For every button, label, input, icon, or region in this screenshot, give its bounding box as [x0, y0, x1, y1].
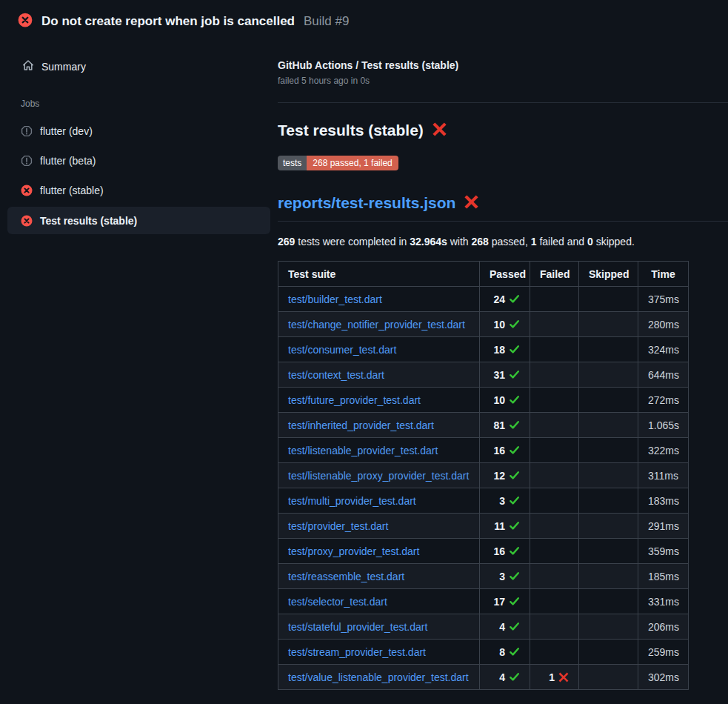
skipped-cell: [579, 287, 638, 312]
suite-link[interactable]: test/value_listenable_provider_test.dart: [288, 671, 469, 683]
run-title: Do not create report when job is cancell…: [41, 14, 295, 29]
failed-cell: [530, 614, 579, 640]
check-icon: [509, 419, 520, 431]
summary-line: 269 tests were completed in 32.964s with…: [278, 236, 728, 248]
job-label: Test results (stable): [40, 215, 137, 227]
summary-segment: 32.964s: [410, 236, 447, 248]
suite-link[interactable]: test/selector_test.dart: [288, 596, 387, 608]
failed-cell: [530, 463, 579, 488]
time-cell: 259ms: [638, 640, 689, 665]
suite-cell: test/consumer_test.dart: [278, 337, 480, 362]
failed-cell: [530, 589, 579, 614]
passed-count: 11: [494, 520, 505, 532]
check-icon: [509, 495, 520, 506]
table-header-row: Test suitePassedFailedSkippedTime: [278, 262, 689, 287]
suite-link[interactable]: test/provider_test.dart: [288, 520, 388, 532]
passed-cell: 31: [480, 362, 530, 388]
run-header-block: GitHub Actions / Test results (stable) f…: [278, 59, 728, 103]
summary-segment: 269: [278, 236, 295, 248]
table-body: test/builder_test.dart24 375mstest/chang…: [278, 287, 689, 690]
time-cell: 272ms: [638, 388, 689, 413]
sidebar-item-job-1[interactable]: flutter (beta): [7, 146, 270, 176]
suite-link[interactable]: test/listenable_provider_test.dart: [288, 445, 438, 456]
table-row: test/multi_provider_test.dart3 183ms: [278, 488, 689, 514]
table-row: test/proxy_provider_test.dart16 359ms: [278, 539, 689, 564]
suite-link[interactable]: test/inherited_provider_test.dart: [288, 419, 434, 431]
cancelled-icon: [21, 155, 33, 167]
suite-link[interactable]: test/change_notifier_provider_test.dart: [288, 319, 465, 331]
passed-count: 3: [499, 571, 505, 582]
passed-cell: 81: [480, 413, 530, 438]
suite-link[interactable]: test/stream_provider_test.dart: [288, 646, 426, 658]
skipped-cell: [579, 438, 638, 463]
suite-cell: test/listenable_provider_test.dart: [278, 438, 480, 463]
x-circle-fill-icon: [21, 185, 33, 196]
cross-mark-icon: [433, 122, 447, 136]
suite-link[interactable]: test/future_provider_test.dart: [288, 394, 421, 406]
skipped-cell: [579, 463, 638, 488]
sidebar-item-summary[interactable]: Summary: [0, 53, 278, 79]
table-row: test/reassemble_test.dart3 185ms: [278, 564, 689, 589]
time-cell: 359ms: [638, 539, 689, 564]
failed-cell: [530, 287, 579, 312]
passed-count: 10: [493, 319, 505, 331]
check-icon: [509, 369, 520, 380]
suite-link[interactable]: test/builder_test.dart: [288, 293, 382, 305]
time-cell: 183ms: [638, 488, 689, 514]
column-header-time: Time: [638, 262, 689, 287]
check-run-header: Do not create report when job is cancell…: [0, 0, 728, 37]
time-cell: 206ms: [638, 614, 689, 640]
suite-link[interactable]: test/consumer_test.dart: [288, 344, 396, 356]
run-meta: failed 5 hours ago in 0s: [278, 76, 728, 86]
table-row: test/listenable_provider_test.dart16 322…: [278, 438, 689, 463]
check-icon: [509, 470, 520, 481]
check-icon: [509, 596, 520, 607]
sidebar-item-job-0[interactable]: flutter (dev): [7, 116, 270, 146]
suite-cell: test/inherited_provider_test.dart: [278, 413, 480, 438]
suite-cell: test/provider_test.dart: [278, 514, 480, 539]
suite-link[interactable]: test/stateful_provider_test.dart: [288, 621, 427, 633]
report-file-link[interactable]: reports/test-results.json: [278, 194, 455, 212]
passed-cell: 17: [480, 589, 530, 614]
check-icon: [509, 319, 520, 330]
sidebar-item-job-2[interactable]: flutter (stable): [7, 176, 270, 205]
column-header-skipped: Skipped: [579, 262, 638, 287]
table-row: test/inherited_provider_test.dart81 1.06…: [278, 413, 689, 438]
skipped-cell: [579, 514, 638, 539]
check-icon: [509, 571, 520, 582]
home-icon: [22, 59, 34, 71]
jobs-list: flutter (dev) flutter (beta) flutter (st…: [0, 116, 278, 234]
passed-count: 31: [493, 369, 505, 381]
time-cell: 331ms: [638, 589, 689, 614]
suite-cell: test/builder_test.dart: [278, 287, 480, 312]
suite-link[interactable]: test/listenable_proxy_provider_test.dart: [288, 470, 469, 482]
x-mark-icon: [558, 672, 569, 683]
section-fail-icon-slot: [433, 122, 447, 139]
time-cell: 185ms: [638, 564, 689, 589]
skipped-cell: [579, 564, 638, 589]
passed-count: 10: [493, 394, 505, 406]
sidebar-item-job-3[interactable]: Test results (stable): [7, 207, 270, 234]
column-header-suite: Test suite: [278, 262, 480, 287]
suite-cell: test/context_test.dart: [278, 362, 480, 388]
failed-cell: [530, 514, 579, 539]
suite-cell: test/stream_provider_test.dart: [278, 640, 480, 665]
suite-link[interactable]: test/multi_provider_test.dart: [288, 495, 416, 507]
passed-cell: 16: [480, 438, 530, 463]
suite-link[interactable]: test/proxy_provider_test.dart: [288, 545, 419, 557]
table-row: test/selector_test.dart17 331ms: [278, 589, 689, 614]
passed-count: 8: [499, 646, 505, 658]
passed-cell: 10: [480, 312, 530, 337]
passed-count: 16: [493, 545, 505, 557]
skipped-cell: [579, 665, 638, 690]
suite-link[interactable]: test/context_test.dart: [288, 369, 384, 381]
time-cell: 375ms: [638, 287, 689, 312]
time-cell: 1.065s: [638, 413, 689, 438]
table-row: test/builder_test.dart24 375ms: [278, 287, 689, 312]
suite-link[interactable]: test/reassemble_test.dart: [288, 571, 404, 582]
skipped-cell: [579, 362, 638, 388]
suite-cell: test/listenable_proxy_provider_test.dart: [278, 463, 480, 488]
failed-cell: 1: [530, 665, 579, 690]
job-label: flutter (dev): [40, 125, 93, 137]
passed-count: 4: [499, 621, 505, 633]
